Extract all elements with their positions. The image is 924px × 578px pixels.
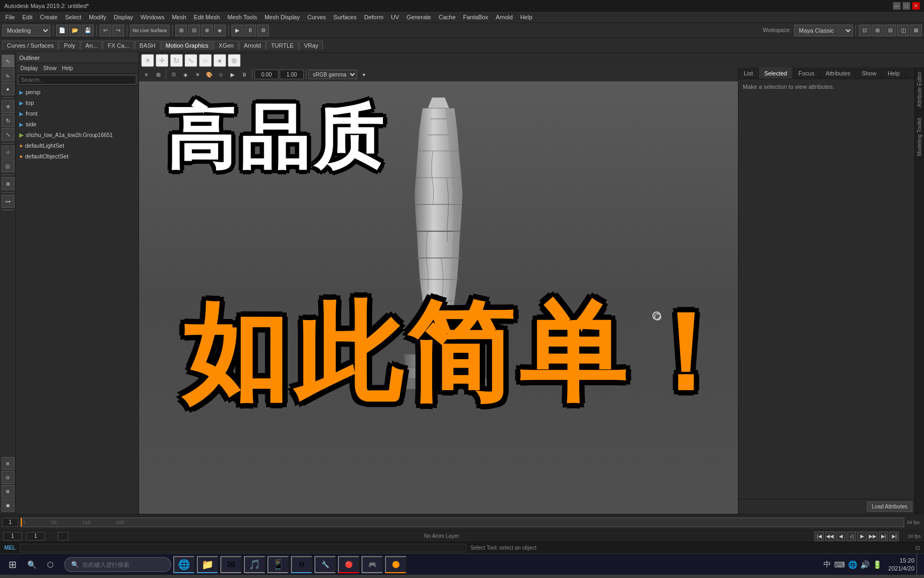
frame-current-input[interactable]	[3, 532, 22, 541]
menu-generate[interactable]: Generate	[403, 13, 434, 21]
save-scene-btn[interactable]: 💾	[82, 25, 94, 36]
menu-deform[interactable]: Deform	[361, 13, 387, 21]
vp-perspective-btn[interactable]: ⊡	[168, 69, 179, 80]
timeline-playhead[interactable]	[21, 518, 22, 527]
menu-select[interactable]: Select	[62, 13, 85, 21]
menu-display[interactable]: Display	[111, 13, 136, 21]
menu-edit[interactable]: Edit	[19, 13, 36, 21]
show-desktop-btn[interactable]	[917, 554, 920, 575]
maximize-button[interactable]: □	[903, 2, 910, 10]
menu-uv[interactable]: UV	[388, 13, 402, 21]
anim-go-end-btn[interactable]: ▶|	[889, 531, 899, 541]
vp-render-btn[interactable]: ▶	[227, 69, 238, 80]
anim-play-fwd-btn[interactable]: ▶	[857, 531, 867, 541]
outliner-item-top[interactable]: ▶ top	[16, 97, 138, 108]
shelf-icon-target[interactable]: ⊕	[228, 54, 241, 67]
anim-play-back-btn[interactable]: ◁	[846, 531, 856, 541]
scale-btn[interactable]: ⤡	[2, 128, 14, 141]
select-tool-btn[interactable]: ↖	[2, 55, 14, 67]
vp-light-btn[interactable]: ☀	[192, 69, 203, 80]
redo-btn[interactable]: ↪	[112, 25, 124, 36]
show-manip-btn[interactable]: ⊶	[2, 195, 14, 208]
shelf-tab-turtle[interactable]: TURTLE	[266, 41, 299, 50]
layout-btn4[interactable]: ◫	[897, 25, 909, 36]
lasso-btn[interactable]: ⊾	[2, 69, 14, 81]
paint-sel-btn[interactable]: ●	[2, 82, 14, 95]
taskbar-phone-btn[interactable]: 📱	[267, 556, 289, 573]
render-settings-btn[interactable]: ⚙	[257, 25, 269, 36]
minimize-button[interactable]: —	[893, 2, 900, 10]
viewport-3d-area[interactable]: 高品质 如此简单！	[139, 81, 738, 514]
grid4-btn[interactable]: ▣	[2, 499, 14, 512]
menu-edit-mesh[interactable]: Edit Mesh	[190, 13, 223, 21]
vp-menu-btn[interactable]: ≡	[141, 69, 152, 80]
taskbar-mail-btn[interactable]: ✉	[220, 556, 242, 573]
open-scene-btn[interactable]: 📂	[69, 25, 81, 36]
menu-fantabox[interactable]: FantaBox	[460, 13, 491, 21]
start-button[interactable]: ⊞	[4, 556, 21, 573]
menu-modify[interactable]: Modify	[86, 13, 109, 21]
new-scene-btn[interactable]: 📄	[56, 25, 68, 36]
anim-prev-key-btn[interactable]: ◀◀	[825, 531, 835, 541]
shelf-icon-sun[interactable]: ☀	[141, 54, 154, 67]
menu-mesh[interactable]: Mesh	[168, 13, 189, 21]
menu-cache[interactable]: Cache	[435, 13, 459, 21]
attribute-editor-side-tab[interactable]: Attribute Editor	[915, 67, 924, 111]
taskbar-app4-btn[interactable]: 🎮	[361, 556, 383, 573]
load-attributes-button[interactable]: Load Attributes	[867, 501, 912, 512]
frame-sub-input[interactable]	[26, 532, 45, 541]
taskbar-media-btn[interactable]: 🎵	[244, 556, 265, 573]
attr-tab-list[interactable]: List	[738, 67, 759, 79]
menu-file[interactable]: File	[2, 13, 18, 21]
tray-sound-icon[interactable]: 🔊	[860, 560, 869, 569]
attr-tab-selected[interactable]: Selected	[759, 67, 793, 79]
tray-network-icon[interactable]: 🌐	[848, 560, 857, 569]
snap-grid-btn[interactable]: ⊞	[175, 25, 187, 36]
search-button[interactable]: 🔍	[23, 556, 41, 573]
shelf-tab-arnold[interactable]: Arnold	[239, 41, 266, 50]
vp-colorspace-btn[interactable]: ▾	[358, 69, 369, 80]
snap-curve-btn[interactable]: ⊟	[188, 25, 200, 36]
rotate-btn[interactable]: ↻	[2, 114, 14, 127]
shelf-icon-rotate[interactable]: ↻	[170, 54, 183, 67]
outliner-item-lightset[interactable]: ● defaultLightSet	[16, 140, 138, 151]
anim-next-frame-btn[interactable]: ▶▶	[868, 531, 877, 541]
vp-far-clip-input[interactable]	[280, 70, 304, 79]
taskbar-app2-btn[interactable]: 🔧	[314, 556, 336, 573]
attr-tab-focus[interactable]: Focus	[793, 67, 820, 79]
mode-dropdown[interactable]: Modeling Rigging Animation FX Rendering	[2, 25, 50, 36]
shelf-tab-bash[interactable]: BASH	[135, 41, 160, 50]
universal-manip-btn[interactable]: ⊹	[2, 146, 14, 158]
outliner-search-input[interactable]	[18, 75, 136, 85]
vp-color-btn[interactable]: 🎨	[204, 69, 214, 80]
shelf-tab-curves-surfaces[interactable]: Curves / Surfaces	[2, 41, 58, 50]
outliner-menu-help[interactable]: Help	[60, 64, 75, 72]
menu-arnold[interactable]: Arnold	[492, 13, 516, 21]
anim-prev-frame-btn[interactable]: ◀	[836, 531, 845, 541]
shelf-icon-move[interactable]: ✛	[156, 54, 168, 67]
taskbar-edge-btn[interactable]: 🌐	[173, 556, 195, 573]
vp-near-clip-input[interactable]	[255, 70, 279, 79]
shelf-tab-xgen[interactable]: XGen	[214, 41, 238, 50]
vp-layout-btn[interactable]: ⊞	[153, 69, 164, 80]
outliner-item-persp[interactable]: ▶ persp	[16, 87, 138, 97]
vp-display-btn[interactable]: ⊹	[215, 69, 226, 80]
taskbar-maya-btn[interactable]: M	[291, 556, 312, 573]
command-input[interactable]	[20, 544, 466, 552]
layout-btn1[interactable]: ⊡	[859, 25, 871, 36]
grid-btn[interactable]: ⊞	[2, 457, 14, 470]
taskbar-clock[interactable]: 15:20 2021/4/20	[888, 557, 914, 572]
no-live-surface-btn[interactable]: No Live Surface	[130, 25, 170, 36]
shelf-tab-poly[interactable]: Poly	[59, 41, 80, 50]
close-button[interactable]: ✕	[912, 2, 920, 10]
undo-btn[interactable]: ↩	[99, 25, 111, 36]
anim-go-start-btn[interactable]: |◀	[814, 531, 824, 541]
attr-tab-show[interactable]: Show	[856, 67, 882, 79]
timeline-start-input[interactable]	[2, 518, 18, 527]
taskbar-search-input[interactable]	[82, 561, 163, 568]
task-view-button[interactable]: ⬡	[43, 556, 58, 573]
menu-help[interactable]: Help	[517, 13, 536, 21]
menu-curves[interactable]: Curves	[304, 13, 329, 21]
layout-btn2[interactable]: ⊞	[872, 25, 883, 36]
anim-next-key-btn[interactable]: ▶|	[879, 531, 888, 541]
